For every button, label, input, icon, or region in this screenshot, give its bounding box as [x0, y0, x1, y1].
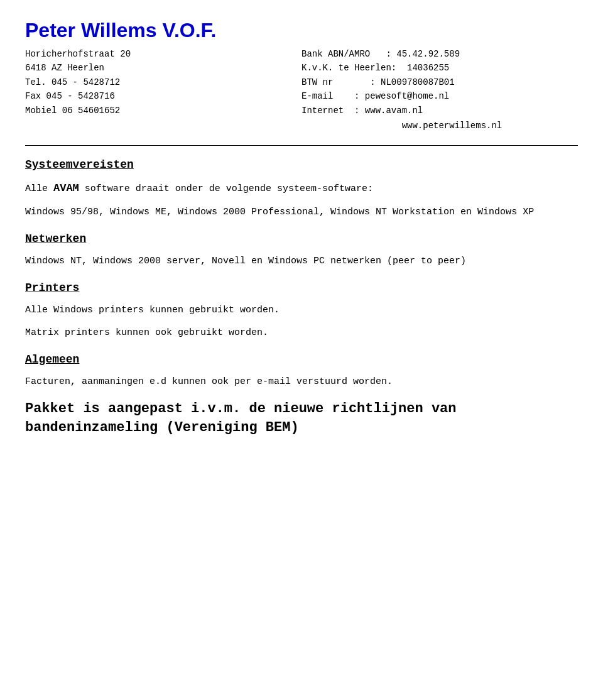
internet-info2: www.peterwillems.nl: [302, 119, 578, 133]
tel-number: Tel. 045 - 5428712: [25, 75, 302, 89]
algemeen-heading: Algemeen: [25, 353, 578, 366]
header-divider: [25, 145, 578, 146]
netwerken-description: Windows NT, Windows 2000 server, Novell …: [25, 254, 578, 269]
email-info: E-mail : pewesoft@home.nl: [302, 89, 578, 103]
pakket-text: Pakket is aangepast i.v.m. de nieuwe ric…: [25, 400, 578, 439]
internet-value: : www.avam.nl: [354, 106, 423, 116]
bank-value: : 45.42.92.589: [386, 49, 460, 59]
email-value: : pewesoft@home.nl: [354, 91, 449, 101]
bank-info: Bank ABN/AMRO : 45.42.92.589: [302, 47, 578, 61]
btw-label: BTW nr: [302, 77, 333, 87]
fax-number: Fax 045 - 5428716: [25, 89, 302, 103]
systeemvereisten-os: Windows 95/98, Windows ME, Windows 2000 …: [25, 205, 578, 220]
city-address: 6418 AZ Heerlen: [25, 61, 302, 75]
netwerken-heading: Netwerken: [25, 232, 578, 245]
mobiel-number: Mobiel 06 54601652: [25, 104, 302, 118]
kvk-label: K.v.K. te Heerlen:: [302, 63, 396, 73]
kvk-info: K.v.K. te Heerlen: 14036255: [302, 61, 578, 75]
avam-brand: AVAM: [53, 182, 79, 194]
printers-section: Printers Alle Windows printers kunnen ge…: [25, 282, 578, 341]
algemeen-section: Algemeen Facturen, aanmaningen e.d kunne…: [25, 353, 578, 390]
printers-heading: Printers: [25, 282, 578, 294]
header-right: Bank ABN/AMRO : 45.42.92.589 K.v.K. te H…: [302, 47, 578, 133]
internet-info: Internet : www.avam.nl: [302, 104, 578, 118]
bank-label: Bank ABN/AMRO: [302, 49, 370, 59]
kvk-value: 14036255: [407, 63, 449, 73]
internet-label: Internet: [302, 106, 344, 116]
systeemvereisten-section: Systeemvereisten Alle AVAM software draa…: [25, 158, 578, 219]
internet-value2: www.peterwillems.nl: [402, 121, 503, 131]
netwerken-section: Netwerken Windows NT, Windows 2000 serve…: [25, 232, 578, 269]
btw-value: : NL009780087B01: [370, 77, 454, 87]
street-address: Horicherhofstraat 20: [25, 47, 302, 61]
company-name: Peter Willems V.O.F.: [25, 19, 578, 42]
email-label: E-mail: [302, 91, 333, 101]
printers-line2: Matrix printers kunnen ook gebruikt word…: [25, 325, 578, 341]
printers-line1: Alle Windows printers kunnen gebruikt wo…: [25, 303, 578, 318]
btw-info: BTW nr : NL009780087B01: [302, 75, 578, 89]
systeemvereisten-heading: Systeemvereisten: [25, 158, 578, 171]
header-left: Horicherhofstraat 20 6418 AZ Heerlen Tel…: [25, 47, 302, 133]
header-section: Horicherhofstraat 20 6418 AZ Heerlen Tel…: [25, 47, 578, 133]
systeemvereisten-intro: Alle AVAM software draait onder de volge…: [25, 180, 578, 197]
algemeen-description: Facturen, aanmaningen e.d kunnen ook per…: [25, 375, 578, 390]
